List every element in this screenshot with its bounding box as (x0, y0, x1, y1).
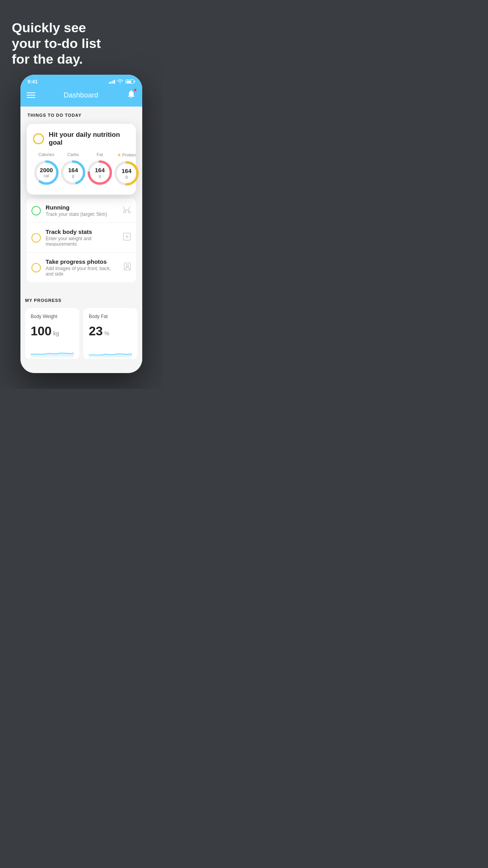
progress-photos-title: Take progress photos (46, 258, 119, 265)
progress-cards-row: Body Weight 100 kg (25, 308, 138, 359)
my-progress-section: MY PROGRESS Body Weight 100 kg (20, 290, 142, 367)
body-weight-value-row: 100 kg (31, 324, 74, 338)
svg-point-12 (126, 265, 128, 267)
fat-item: Fat 164 g (86, 152, 113, 186)
nutrition-circles: Calories 2000 cal Carbs (33, 152, 130, 187)
hamburger-menu[interactable] (27, 92, 35, 98)
body-weight-unit: kg (53, 330, 59, 337)
status-icons (109, 79, 136, 84)
wifi-icon (117, 79, 123, 84)
person-icon (123, 262, 131, 273)
progress-section-title: MY PROGRESS (25, 298, 138, 303)
progress-photos-text: Take progress photos Add images of your … (46, 258, 119, 277)
header-section: Quickly see your to-do list for the day. (0, 0, 163, 75)
body-stats-text: Track body stats Enter your weight and m… (46, 228, 118, 247)
nutrition-check-circle[interactable] (33, 133, 44, 144)
status-bar: 9:41 (20, 75, 142, 86)
carbs-ring: 164 g (60, 159, 86, 186)
body-fat-number: 23 (89, 324, 103, 338)
phone-bottom (20, 367, 142, 373)
card-header: Hit your daily nutrition goal (33, 131, 130, 147)
app-title: Dashboard (64, 91, 98, 99)
running-subtitle: Track your stats (target: 5km) (46, 211, 118, 217)
progress-photos-subtitle: Add images of your front, back, and side (46, 266, 119, 277)
battery-icon (125, 79, 135, 84)
fat-label: Fat (97, 152, 103, 157)
running-title: Running (46, 204, 118, 211)
running-check-circle[interactable] (31, 206, 41, 215)
body-stats-subtitle: Enter your weight and measurements (46, 236, 118, 247)
body-stats-title: Track body stats (46, 228, 118, 235)
scale-icon (123, 232, 131, 243)
body-fat-unit: % (105, 330, 109, 337)
body-weight-title: Body Weight (31, 314, 74, 319)
todo-item-progress-photos[interactable]: Take progress photos Add images of your … (27, 253, 136, 282)
carbs-item: Carbs 164 g (60, 152, 86, 186)
body-fat-chart (89, 343, 132, 359)
protein-label-container: ★ Protein (117, 152, 136, 158)
notification-dot (134, 88, 137, 92)
calories-label: Calories (39, 152, 54, 157)
app-header: Dashboard (20, 86, 142, 107)
signal-icon (109, 80, 116, 84)
body-fat-title: Body Fat (89, 314, 132, 319)
fat-ring: 164 g (86, 159, 113, 186)
body-stats-check-circle[interactable] (31, 233, 41, 243)
body-fat-value-row: 23 % (89, 324, 132, 338)
protein-ring: 164 g (113, 160, 140, 187)
content-area: THINGS TO DO TODAY Hit your daily nutrit… (20, 107, 142, 282)
protein-item: ★ Protein 164 g (113, 152, 140, 187)
body-weight-number: 100 (31, 324, 51, 338)
todo-item-body-stats[interactable]: Track body stats Enter your weight and m… (27, 223, 136, 253)
protein-label: Protein (122, 153, 136, 157)
carbs-label: Carbs (67, 152, 79, 157)
running-icon (123, 206, 131, 215)
body-fat-card: Body Fat 23 % (83, 308, 138, 359)
body-weight-chart (31, 343, 74, 359)
headline: Quickly see your to-do list for the day. (12, 20, 151, 67)
time: 9:41 (28, 79, 38, 85)
calories-item: Calories 2000 cal (33, 152, 60, 186)
nutrition-card-title: Hit your daily nutrition goal (49, 131, 130, 147)
calories-ring: 2000 cal (33, 159, 60, 186)
running-text: Running Track your stats (target: 5km) (46, 204, 118, 217)
body-weight-card: Body Weight 100 kg (25, 308, 79, 359)
star-icon: ★ (117, 152, 121, 158)
notification-bell[interactable] (127, 89, 136, 101)
nutrition-card: Hit your daily nutrition goal Calories 2… (27, 124, 136, 195)
todo-item-running[interactable]: Running Track your stats (target: 5km) (27, 199, 136, 223)
todo-list: Running Track your stats (target: 5km) (27, 199, 136, 282)
section-title-todo: THINGS TO DO TODAY (27, 113, 136, 118)
phone-mockup: 9:41 (20, 75, 142, 373)
progress-photos-check-circle[interactable] (31, 263, 41, 272)
